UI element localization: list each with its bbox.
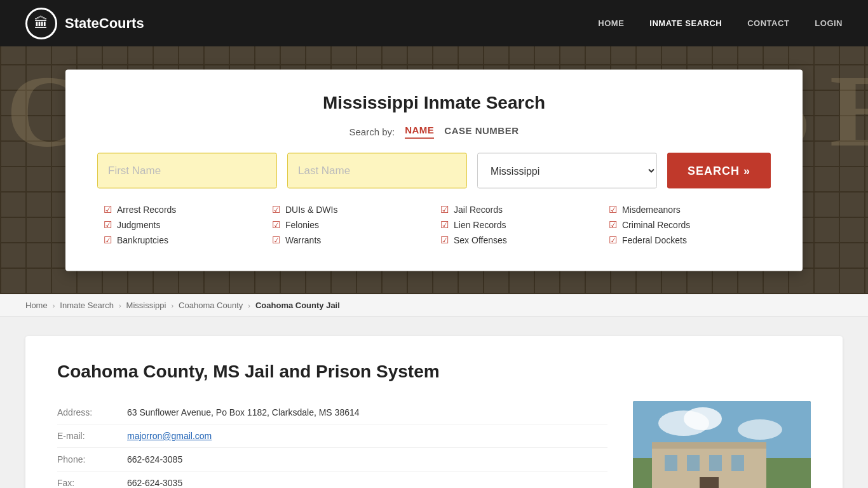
phone-label: Phone: [57, 454, 114, 464]
check-icon: ☑ [440, 204, 449, 215]
info-layout: Address: 63 Sunflower Avenue, Po Box 118… [57, 401, 811, 488]
svg-rect-11 [700, 477, 719, 488]
breadcrumb-sep-3: › [171, 302, 173, 309]
breadcrumb-home[interactable]: Home [25, 301, 48, 310]
feature-label: Sex Offenses [454, 235, 507, 245]
content-card: Coahoma County, MS Jail and Prison Syste… [25, 336, 843, 488]
fax-label: Fax: [57, 478, 114, 488]
feature-warrants: ☑ Warrants [272, 234, 428, 246]
check-icon: ☑ [104, 234, 112, 246]
svg-point-3 [684, 407, 722, 430]
feature-jail-records: ☑ Jail Records [440, 204, 596, 215]
site-header: 🏛 StateCourts HOME INMATE SEARCH CONTACT… [0, 0, 868, 46]
main-content: Coahoma County, MS Jail and Prison Syste… [0, 317, 868, 488]
feature-duis: ☑ DUIs & DWIs [272, 204, 428, 215]
feature-label: Felonies [285, 220, 319, 230]
feature-arrest-records: ☑ Arrest Records [104, 204, 259, 215]
feature-label: Misdemeanors [622, 205, 681, 215]
hero-section: COURTHOUSE Mississippi Inmate Search Sea… [0, 46, 868, 294]
feature-misdemeanors: ☑ Misdemeanors [609, 204, 764, 215]
feature-label: Bankruptcies [117, 235, 168, 245]
check-icon: ☑ [104, 219, 112, 231]
breadcrumb-sep-2: › [119, 302, 121, 309]
main-nav: HOME INMATE SEARCH CONTACT LOGIN [598, 18, 843, 28]
feature-label: Lien Records [454, 220, 506, 230]
nav-login[interactable]: LOGIN [815, 18, 843, 28]
fax-value: 662-624-3035 [127, 478, 182, 488]
facility-image [633, 401, 811, 488]
feature-label: Federal Dockets [622, 235, 687, 245]
nav-inmate-search[interactable]: INMATE SEARCH [649, 18, 722, 28]
email-label: E-mail: [57, 431, 114, 441]
svg-rect-10 [731, 455, 744, 471]
feature-lien-records: ☑ Lien Records [440, 219, 596, 231]
svg-rect-7 [665, 455, 677, 471]
features-col-2: ☑ DUIs & DWIs ☑ Felonies ☑ Warrants [266, 204, 434, 246]
tab-case-number[interactable]: CASE NUMBER [444, 125, 519, 139]
feature-label: Warrants [285, 235, 321, 245]
check-icon: ☑ [104, 204, 112, 215]
feature-sex-offenses: ☑ Sex Offenses [440, 234, 596, 246]
feature-label: Jail Records [454, 205, 503, 215]
check-icon: ☑ [609, 234, 617, 246]
info-row-fax: Fax: 662-624-3035 [57, 471, 607, 488]
features-col-3: ☑ Jail Records ☑ Lien Records ☑ Sex Offe… [434, 204, 602, 246]
check-icon: ☑ [440, 219, 449, 231]
address-label: Address: [57, 407, 114, 417]
phone-value: 662-624-3085 [127, 454, 182, 464]
logo-icon: 🏛 [25, 8, 57, 39]
check-icon: ☑ [609, 204, 617, 215]
feature-judgments: ☑ Judgments [104, 219, 259, 231]
svg-point-4 [738, 419, 782, 440]
logo[interactable]: 🏛 StateCourts [25, 8, 144, 39]
info-row-email: E-mail: majorron@gmail.com [57, 424, 607, 448]
svg-rect-8 [687, 455, 700, 471]
features-col-1: ☑ Arrest Records ☑ Judgments ☑ Bankruptc… [97, 204, 266, 246]
tab-name[interactable]: NAME [405, 125, 434, 139]
search-card: Mississippi Inmate Search Search by: NAM… [65, 70, 803, 271]
feature-label: Criminal Records [622, 220, 690, 230]
facility-image-placeholder [633, 401, 811, 488]
check-icon: ☑ [272, 204, 280, 215]
facility-title: Coahoma County, MS Jail and Prison Syste… [57, 362, 811, 382]
info-row-phone: Phone: 662-624-3085 [57, 448, 607, 471]
breadcrumb-mississippi[interactable]: Mississippi [126, 301, 166, 310]
breadcrumb-sep-1: › [53, 302, 55, 309]
features-grid: ☑ Arrest Records ☑ Judgments ☑ Bankruptc… [97, 204, 771, 246]
feature-label: DUIs & DWIs [285, 205, 337, 215]
search-inputs-row: AlabamaAlaskaArizonaArkansasCaliforniaCo… [97, 153, 771, 189]
breadcrumb: Home › Inmate Search › Mississippi › Coa… [0, 294, 868, 317]
breadcrumb-sep-4: › [248, 302, 250, 309]
state-select[interactable]: AlabamaAlaskaArizonaArkansasCaliforniaCo… [477, 153, 657, 189]
search-card-title: Mississippi Inmate Search [97, 93, 771, 113]
svg-rect-6 [652, 442, 766, 449]
address-value: 63 Sunflower Avenue, Po Box 1182, Clarks… [127, 407, 360, 417]
last-name-input[interactable] [287, 153, 467, 189]
check-icon: ☑ [440, 234, 449, 246]
first-name-input[interactable] [97, 153, 277, 189]
breadcrumb-coahoma-county[interactable]: Coahoma County [179, 301, 243, 310]
feature-criminal-records: ☑ Criminal Records [609, 219, 764, 231]
nav-home[interactable]: HOME [598, 18, 624, 28]
nav-contact[interactable]: CONTACT [747, 18, 789, 28]
logo-text: StateCourts [65, 15, 144, 32]
features-col-4: ☑ Misdemeanors ☑ Criminal Records ☑ Fede… [602, 204, 771, 246]
feature-bankruptcies: ☑ Bankruptcies [104, 234, 259, 246]
feature-label: Arrest Records [117, 205, 176, 215]
svg-rect-9 [709, 455, 722, 471]
feature-label: Judgments [117, 220, 160, 230]
search-by-label: Search by: [349, 126, 395, 137]
info-row-address: Address: 63 Sunflower Avenue, Po Box 118… [57, 401, 607, 424]
check-icon: ☑ [272, 234, 280, 246]
check-icon: ☑ [609, 219, 617, 231]
info-table: Address: 63 Sunflower Avenue, Po Box 118… [57, 401, 607, 488]
breadcrumb-current: Coahoma County Jail [255, 301, 340, 310]
check-icon: ☑ [272, 219, 280, 231]
search-button[interactable]: SEARCH » [667, 153, 771, 189]
feature-felonies: ☑ Felonies [272, 219, 428, 231]
search-by-row: Search by: NAME CASE NUMBER [97, 125, 771, 139]
breadcrumb-inmate-search[interactable]: Inmate Search [60, 301, 114, 310]
email-link[interactable]: majorron@gmail.com [127, 431, 212, 441]
feature-federal-dockets: ☑ Federal Dockets [609, 234, 764, 246]
